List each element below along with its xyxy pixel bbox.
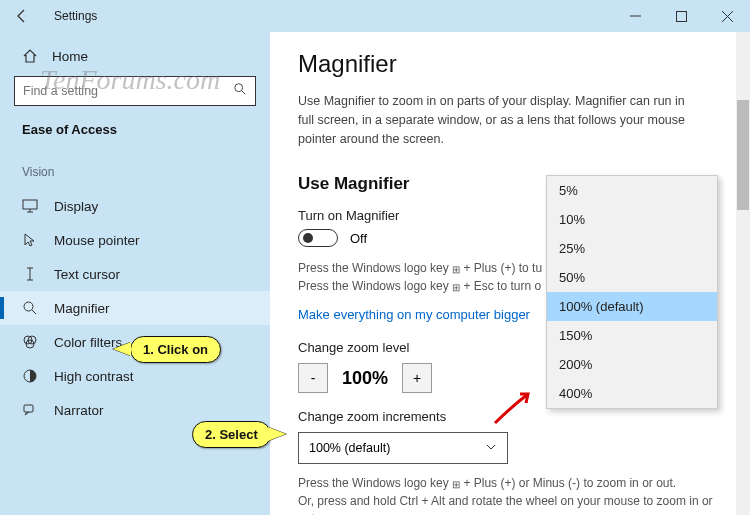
increments-combobox[interactable]: 100% (default) <box>298 432 508 464</box>
annotation-callout-1: 1. Click on <box>130 336 221 363</box>
dropdown-item[interactable]: 25% <box>547 234 717 263</box>
annotation-arrow <box>490 388 540 428</box>
combobox-value: 100% (default) <box>309 441 390 455</box>
dropdown-item[interactable]: 100% (default) <box>547 292 717 321</box>
sidebar-item-magnifier[interactable]: Magnifier <box>0 291 270 325</box>
dropdown-item[interactable]: 10% <box>547 205 717 234</box>
zoom-value: 100% <box>332 368 398 389</box>
svg-point-3 <box>24 302 33 311</box>
dropdown-item[interactable]: 200% <box>547 350 717 379</box>
annotation-callout-2: 2. Select <box>192 421 271 448</box>
make-bigger-link[interactable]: Make everything on my computer bigger <box>298 307 530 322</box>
scrollbar[interactable] <box>736 32 750 515</box>
windows-key-icon: ⊞ <box>452 477 460 492</box>
toggle-state: Off <box>350 231 367 246</box>
section-title: Ease of Access <box>0 120 270 153</box>
sidebar-item-text-cursor[interactable]: Text cursor <box>0 257 270 291</box>
zoom-decrease-button[interactable]: - <box>298 363 328 393</box>
svg-rect-8 <box>24 405 33 412</box>
group-label: Vision <box>0 153 270 189</box>
scrollbar-thumb[interactable] <box>737 100 749 210</box>
search-icon <box>233 82 247 100</box>
page-description: Use Magnifier to zoom in on parts of you… <box>298 92 698 148</box>
home-nav[interactable]: Home <box>0 42 270 76</box>
sidebar-item-label: Mouse pointer <box>54 233 140 248</box>
window-title: Settings <box>48 9 97 23</box>
titlebar: Settings <box>0 0 750 32</box>
windows-key-icon: ⊞ <box>452 280 460 295</box>
search-field[interactable] <box>23 84 233 98</box>
home-label: Home <box>52 49 88 64</box>
svg-rect-2 <box>23 200 37 209</box>
dropdown-item[interactable]: 5% <box>547 176 717 205</box>
maximize-button[interactable] <box>658 0 704 32</box>
annotation-tail-2 <box>268 427 286 441</box>
minimize-button[interactable] <box>612 0 658 32</box>
chevron-down-icon <box>485 441 497 456</box>
sidebar-item-label: Text cursor <box>54 267 120 282</box>
sidebar-item-label: Magnifier <box>54 301 110 316</box>
sidebar-item-label: High contrast <box>54 369 134 384</box>
svg-point-1 <box>235 84 243 92</box>
svg-rect-0 <box>676 11 686 21</box>
sidebar-item-high-contrast[interactable]: High contrast <box>0 359 270 393</box>
close-button[interactable] <box>704 0 750 32</box>
dropdown-item[interactable]: 150% <box>547 321 717 350</box>
windows-key-icon: ⊞ <box>452 262 460 277</box>
increments-dropdown: 5%10%25%50%100% (default)150%200%400% <box>546 175 718 409</box>
zoom-increase-button[interactable]: + <box>402 363 432 393</box>
dropdown-item[interactable]: 400% <box>547 379 717 408</box>
back-button[interactable] <box>8 2 36 30</box>
footer-hint: Press the Windows logo key ⊞ + Plus (+) … <box>298 474 728 515</box>
search-input[interactable] <box>14 76 256 106</box>
dropdown-item[interactable]: 50% <box>547 263 717 292</box>
annotation-tail-1 <box>113 342 131 356</box>
sidebar-item-mouse-pointer[interactable]: Mouse pointer <box>0 223 270 257</box>
sidebar-item-label: Narrator <box>54 403 104 418</box>
page-title: Magnifier <box>298 50 728 78</box>
sidebar-item-label: Display <box>54 199 98 214</box>
sidebar-item-display[interactable]: Display <box>0 189 270 223</box>
magnifier-toggle[interactable] <box>298 229 338 247</box>
